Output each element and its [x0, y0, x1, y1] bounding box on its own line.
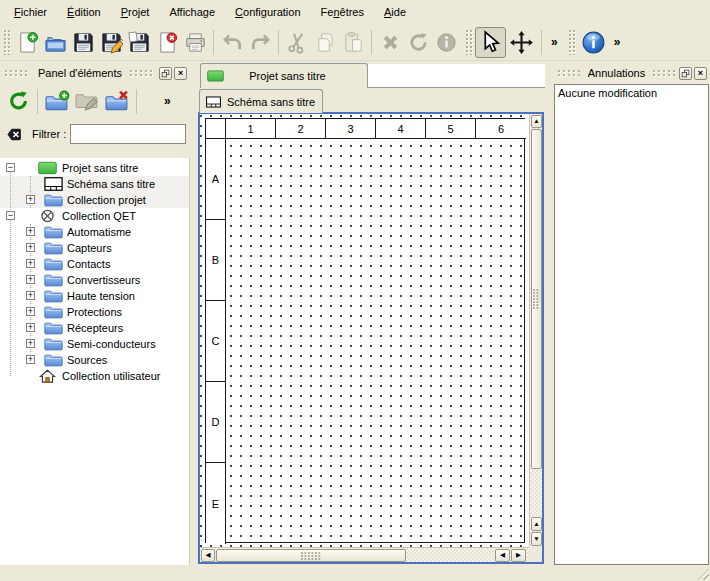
- horizontal-scroll-thumb[interactable]: [216, 549, 406, 562]
- folder-delete-button[interactable]: [102, 85, 132, 117]
- tree-item-automatisme[interactable]: +Automatisme: [0, 224, 189, 240]
- tree-item-capteurs[interactable]: +Capteurs: [0, 240, 189, 256]
- open-document-button[interactable]: [41, 28, 69, 56]
- dock-float-button[interactable]: [159, 67, 172, 80]
- tree-item-convertisseurs[interactable]: +Convertisseurs: [0, 272, 189, 288]
- horizontal-scrollbar[interactable]: ◀ ◀ ▶: [200, 547, 529, 562]
- filter-input[interactable]: [70, 124, 186, 144]
- scroll-left-button[interactable]: ◀: [201, 549, 215, 562]
- expand-icon[interactable]: +: [26, 307, 35, 316]
- save-button[interactable]: [69, 28, 97, 56]
- menu-fenetres[interactable]: Fenêtres: [313, 3, 372, 21]
- toolbar-drag-handle[interactable]: [4, 30, 11, 55]
- schema-tab[interactable]: Schéma sans titre: [199, 89, 323, 113]
- scroll-up-button[interactable]: ▲: [531, 517, 542, 531]
- redo-button[interactable]: [246, 28, 274, 56]
- float-icon: [161, 69, 170, 78]
- info-gray-button[interactable]: [432, 28, 460, 56]
- expand-icon[interactable]: +: [26, 227, 35, 236]
- print-button[interactable]: [181, 28, 209, 56]
- expand-icon[interactable]: +: [26, 243, 35, 252]
- titlebar-texture: [558, 70, 580, 77]
- undo-panel-title: Annulations: [582, 67, 652, 79]
- tree-item-contacts[interactable]: +Contacts: [0, 256, 189, 272]
- close-icon: ×: [176, 69, 185, 78]
- expand-icon[interactable]: +: [26, 323, 35, 332]
- tree-item-projet-sans-titre[interactable]: −Projet sans titre: [0, 160, 189, 176]
- save-all-button[interactable]: [125, 28, 153, 56]
- expand-icon[interactable]: +: [26, 195, 35, 204]
- refresh-icon: [6, 90, 31, 112]
- tree-branch-guide: [10, 170, 11, 376]
- menu-configuration[interactable]: Configuration: [227, 3, 308, 21]
- rotate-button[interactable]: [404, 28, 432, 56]
- menu-fichier[interactable]: Fichier: [6, 3, 55, 21]
- delete-button[interactable]: [376, 28, 404, 56]
- undo-button[interactable]: [218, 28, 246, 56]
- expand-icon[interactable]: +: [26, 355, 35, 364]
- cursor-button[interactable]: [475, 27, 506, 58]
- arrow-left-icon: ◀: [206, 552, 211, 559]
- sheet-column-header: 2: [276, 119, 326, 139]
- tree-item-protections[interactable]: +Protections: [0, 304, 189, 320]
- resize-grip-icon[interactable]: [696, 567, 709, 580]
- expand-icon[interactable]: +: [26, 339, 35, 348]
- toolbar-separator: [37, 89, 38, 114]
- tree-item-label: Schéma sans titre: [67, 178, 155, 190]
- expand-icon[interactable]: +: [26, 275, 35, 284]
- vertical-scrollbar[interactable]: ▲ ▲ ▼: [529, 114, 542, 547]
- expand-icon[interactable]: +: [26, 259, 35, 268]
- toolbar-overflow-button[interactable]: »: [546, 35, 563, 49]
- tree-item-recepteurs[interactable]: +Récepteurs: [0, 320, 189, 336]
- collapse-icon[interactable]: −: [6, 163, 15, 172]
- info-blue-button[interactable]: [578, 27, 609, 58]
- vertical-scroll-thumb[interactable]: [531, 129, 542, 469]
- tree-item-semi-conducteurs[interactable]: +Semi-conducteurs: [0, 336, 189, 352]
- undo-list-item[interactable]: Aucune modification: [555, 85, 708, 101]
- undo-panel: Annulations × Aucune modification: [553, 61, 710, 566]
- dock-close-button[interactable]: ×: [174, 67, 187, 80]
- dock-float-button[interactable]: [679, 67, 692, 80]
- schematic-canvas[interactable]: 123456ABCDE: [200, 114, 529, 547]
- delete-icon: [379, 31, 402, 54]
- panel-overflow-button[interactable]: »: [159, 94, 176, 108]
- toolbar-drag-handle[interactable]: [466, 30, 473, 55]
- toolbar-overflow-button[interactable]: »: [609, 35, 626, 49]
- folder-edit-button[interactable]: [72, 85, 102, 117]
- tree-item-schema-sans-titre[interactable]: Schéma sans titre: [0, 176, 189, 192]
- new-document-button[interactable]: [13, 28, 41, 56]
- menu-aide[interactable]: Aide: [376, 3, 414, 21]
- folder-icon: [44, 257, 63, 271]
- float-icon: [681, 69, 690, 78]
- move-button[interactable]: [506, 27, 537, 58]
- close-document-button[interactable]: [153, 28, 181, 56]
- copy-button[interactable]: [311, 28, 339, 56]
- tree-item-collection-utilisateur[interactable]: Collection utilisateur: [0, 368, 189, 384]
- menu-projet[interactable]: Projet: [113, 3, 158, 21]
- scroll-left-button[interactable]: ◀: [495, 549, 510, 562]
- tree-item-haute-tension[interactable]: +Haute tension: [0, 288, 189, 304]
- tree-item-collection-qet[interactable]: −Collection QET: [0, 208, 189, 224]
- project-tab[interactable]: Projet sans titre: [200, 63, 368, 88]
- print-icon: [184, 31, 207, 54]
- scroll-right-button[interactable]: ▶: [511, 549, 526, 562]
- dock-close-button[interactable]: ×: [694, 67, 707, 80]
- save-as-button[interactable]: [97, 28, 125, 56]
- folder-new-button[interactable]: [42, 85, 72, 117]
- tree-item-collection-projet[interactable]: +Collection projet: [0, 192, 189, 208]
- toolbar-drag-handle[interactable]: [569, 30, 576, 55]
- expand-icon[interactable]: +: [26, 291, 35, 300]
- scroll-grip: [301, 552, 321, 560]
- refresh-button[interactable]: [3, 85, 33, 117]
- menu-affichage[interactable]: Affichage: [161, 3, 223, 21]
- collapse-icon[interactable]: −: [6, 211, 15, 220]
- scroll-down-button[interactable]: ▼: [531, 532, 542, 546]
- cut-button[interactable]: [283, 28, 311, 56]
- tree-item-sources[interactable]: +Sources: [0, 352, 189, 368]
- sheet-row-label: B: [206, 220, 226, 301]
- filter-clear-button[interactable]: [4, 126, 25, 143]
- paste-button[interactable]: [339, 28, 367, 56]
- info-blue-icon: [581, 30, 606, 55]
- scroll-up-button[interactable]: ▲: [531, 115, 542, 128]
- menu-edition[interactable]: Édition: [59, 3, 109, 21]
